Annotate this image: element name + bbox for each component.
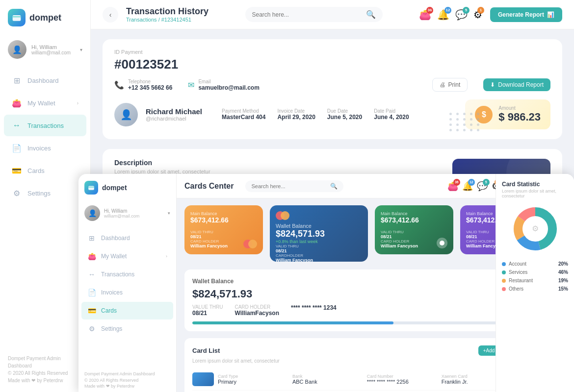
card-orange[interactable]: Main Balance $673,412.66 VALID THRU 08/2… (184, 205, 263, 254)
sidebar-item-transactions[interactable]: ↔ Transactions (4, 115, 86, 136)
email-value: samuelbro@mail.com (198, 84, 259, 91)
user-info: Hi, William william@mail.com (31, 44, 75, 55)
email-label: Email (198, 79, 259, 84)
cs-nav-invoices[interactable]: 📄 Invoices (81, 284, 173, 301)
sidebar-item-invoices[interactable]: 📄 Invoices (4, 137, 86, 159)
settings-icon: ⚙ (12, 188, 22, 198)
cards-chat-count: 5 (483, 179, 490, 186)
cards-overlay: dompet 👤 Hi, William william@mail.com ▾ … (78, 174, 574, 392)
chat-badge[interactable]: 💬 5 (455, 9, 468, 21)
cards-user[interactable]: 👤 Hi, William william@mail.com ▾ (78, 201, 176, 225)
download-button[interactable]: ⬇ Download Report (483, 78, 550, 91)
cards-wallet-badge[interactable]: 👛 36 (447, 181, 458, 192)
cs-nav-label-transactions: Transactions (101, 271, 134, 278)
telephone-label: Telephone (128, 79, 172, 84)
generate-report-button[interactable]: Generate Report 📊 (490, 7, 562, 22)
mc-blue-c2 (281, 211, 289, 220)
wallet-arrow: › (77, 100, 78, 106)
person-name: Richard Michael (146, 107, 202, 116)
search-input[interactable] (252, 11, 362, 18)
bell-badge[interactable]: 🔔 12 (437, 9, 449, 21)
print-button[interactable]: 🖨 Print (432, 78, 468, 92)
date-paid-label: Date Paid (374, 108, 409, 114)
payment-id-label: ID Payment (114, 49, 550, 55)
sidebar-footer: Dompet Payment Admin Dashboard © 2020 Al… (0, 347, 90, 392)
due-date-label: Due Date (327, 108, 362, 114)
cs-nav-cards[interactable]: 💳 Cards (81, 302, 173, 319)
wd-valid-item: VALUE THRU 08/21 (192, 304, 223, 317)
payment-method-item: Payment Method MasterCard 404 (222, 108, 265, 121)
cards-nav: ⊞ Dashboard 👛 My Wallet › ↔ Transactions… (78, 225, 176, 366)
sidebar-item-mywallet[interactable]: 👛 My Wallet › (4, 92, 86, 114)
mc-circle-right (248, 240, 257, 248)
wallet-icon: 👛 (12, 98, 22, 108)
wd-holder-value: WilliamFacyson (235, 310, 279, 317)
legend-account-pct: 20% (558, 261, 568, 267)
wd-title: Wallet Balance (192, 278, 234, 285)
svg-rect-0 (13, 15, 21, 21)
person-avatar: 👤 (114, 103, 138, 126)
legend-others-dot (502, 287, 506, 291)
gear-badge[interactable]: ⚙ 1 (473, 9, 482, 21)
card-green[interactable]: Main Balance $673,412.66 VALID THRU 08/2… (375, 205, 453, 254)
card-green-bottom: VALID THRU 08/21 CARD HOLDER William Fan… (381, 230, 447, 248)
cs-invoices-icon: 📄 (87, 289, 96, 296)
card-type-col-1: Card Type Primary (218, 374, 288, 385)
card-orange-valid-value: 08/21 (190, 234, 228, 239)
card-thumb-1 (192, 372, 214, 386)
card-green-balance-label: Main Balance (381, 211, 447, 216)
sidebar-item-settings[interactable]: ⚙ Settings (4, 182, 86, 204)
card-green-amount: $673,412.66 (381, 216, 447, 224)
nav-label-cards: Cards (27, 167, 45, 174)
payment-method-label: Payment Method (222, 108, 265, 114)
cs-nav-dashboard[interactable]: ⊞ Dashboard (81, 229, 173, 247)
card-green-valid-value: 08/21 (381, 234, 418, 239)
person-handle: @richardmichael (146, 116, 202, 122)
user-email: william@mail.com (31, 50, 75, 55)
logo-text: dompet (29, 13, 61, 23)
card-orange-valid-label: VALID THRU 08/21 (190, 230, 228, 239)
cards-search: 🔍 (245, 180, 343, 192)
cs-nav-transactions[interactable]: ↔ Transactions (81, 266, 173, 283)
chevron-down-icon: ▾ (80, 47, 82, 52)
payment-id: #00123521 (114, 57, 550, 72)
cards-logo: dompet (78, 174, 176, 201)
logo-icon (8, 9, 26, 26)
nav-label-invoices: Invoices (27, 145, 51, 152)
wd-valid-label: VALUE THRU (192, 304, 223, 310)
sidebar-item-cards[interactable]: 💳 Cards (4, 160, 86, 181)
card-green-toggle (437, 238, 447, 248)
invoice-date-item: Invoice Date April 29, 2020 (277, 108, 315, 121)
cs-wallet-arrow: › (166, 254, 167, 259)
cs-user-info: Hi, William william@mail.com (104, 208, 139, 219)
user-profile[interactable]: 👤 Hi, William william@mail.com ▾ (0, 35, 90, 64)
person-row: 👤 Richard Michael @richardmichael Paymen… (114, 99, 550, 129)
wallet-badge[interactable]: 👛 36 (419, 9, 431, 21)
cs-nav-label-settings: Settings (101, 325, 122, 332)
cards-search-input[interactable] (251, 183, 327, 189)
cards-center-title: Cards Center (184, 182, 234, 191)
phone-icon: 📞 (114, 80, 124, 90)
card-blue-wallet-label: Wallet Balance (276, 223, 362, 229)
date-paid-item: Date Paid June 4, 2020 (374, 108, 409, 121)
top-header: ‹ Transaction History Transactions / #12… (91, 0, 574, 29)
sidebar-item-dashboard[interactable]: ⊞ Dashboard (4, 70, 86, 91)
telephone-item: 📞 Telephone +12 345 5662 66 (114, 79, 172, 91)
card-blue-dark[interactable]: Wallet Balance $824,571.93 +0.8% than la… (270, 205, 368, 262)
legend-restaurant-pct: 19% (558, 278, 568, 283)
cs-nav-settings[interactable]: ⚙ Settings (81, 320, 173, 338)
legend-services-label: Services (509, 270, 555, 275)
invoice-date-label: Invoice Date (277, 108, 315, 114)
back-button[interactable]: ‹ (103, 7, 118, 23)
payment-method-value: MasterCard 404 (222, 114, 265, 121)
svg-text:⚙: ⚙ (532, 224, 539, 233)
legend-services-pct: 46% (558, 270, 568, 275)
cards-bell-badge[interactable]: 🔔 12 (462, 181, 473, 192)
breadcrumb-link[interactable]: Transactions (126, 17, 157, 23)
cs-nav-label-wallet: My Wallet (101, 253, 127, 260)
invoices-icon: 📄 (12, 143, 22, 153)
cs-nav-wallet[interactable]: 👛 My Wallet › (81, 247, 173, 265)
cards-chat-badge[interactable]: 💬 5 (477, 181, 488, 192)
due-date-item: Due Date June 5, 2020 (327, 108, 362, 121)
header-title-block: Transaction History Transactions / #1234… (126, 6, 209, 23)
